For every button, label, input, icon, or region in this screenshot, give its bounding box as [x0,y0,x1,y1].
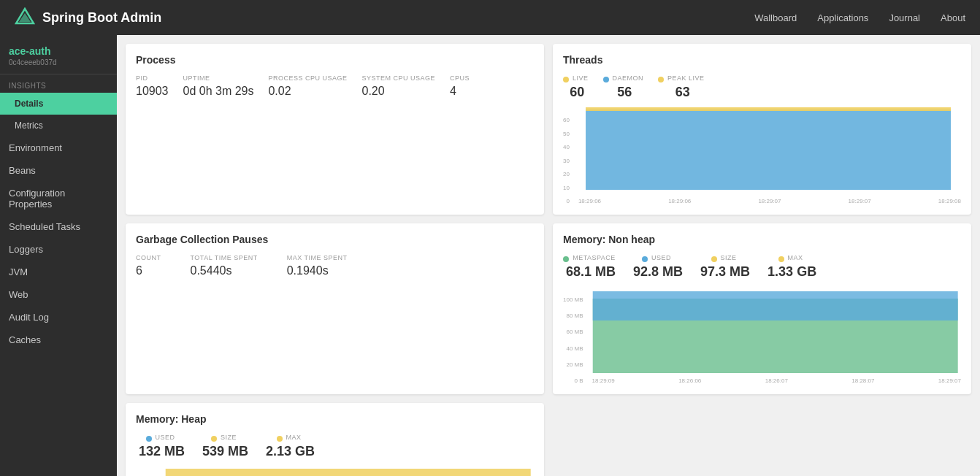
threads-chart-area: 60 50 40 30 20 10 0 18:29 [563,106,961,204]
pid-label: PID [136,74,148,82]
nav-wallboard[interactable]: Wallboard [754,12,797,23]
app-info: ace-auth 0c4ceeeb037d [0,35,117,74]
process-cpus: CPUS 4 [450,74,470,98]
live-value: 60 [570,85,584,100]
process-pid: PID 10903 [136,74,169,98]
nonheap-title: Memory: Non heap [563,234,961,245]
sidebar-item-caches[interactable]: Caches [0,329,117,351]
sidebar-item-metrics[interactable]: Metrics [0,115,117,137]
heap-max-value: 2.13 GB [266,444,315,459]
daemon-label: DAEMON [613,74,644,82]
threads-svg [575,106,961,193]
app-name: ace-auth [9,45,108,57]
gc-count-value: 6 [136,264,142,277]
nonheap-y-axis: 100 MB 80 MB 60 MB 40 MB 20 MB 0 B [563,296,586,384]
pid-value: 10903 [136,85,169,98]
sys-cpu-label: SYSTEM CPU USAGE [361,74,435,82]
nonheap-size-value: 97.3 MB [700,264,750,280]
daemon-dot [603,77,609,82]
heap-title: Memory: Heap [136,413,534,425]
process-cpu-usage: PROCESS CPU USAGE 0.02 [268,74,347,98]
svg-rect-2 [586,110,951,190]
sys-cpu-value: 0.20 [361,85,384,98]
threads-chart: 18:29:06 18:29:06 18:29:07 18:29:07 18:2… [575,106,961,204]
process-uptime: UPTIME 0d 0h 3m 29s [183,74,254,98]
live-label: LIVE [573,74,589,82]
gc-total-time: TOTAL TIME SPENT 0.5440s [191,254,258,277]
sidebar: ace-auth 0c4ceeeb037d Insights Details M… [0,35,117,476]
app-logo: Spring Boot Admin [15,7,754,28]
gc-title: Garbage Collection Pauses [136,234,534,245]
sidebar-item-scheduled-tasks[interactable]: Scheduled Tasks [0,215,117,238]
heap-size-value: 539 MB [202,444,248,459]
proc-cpu-value: 0.02 [268,85,291,98]
nonheap-max-legend: MAX 1.33 GB [765,254,816,280]
nav-applications[interactable]: Applications [817,12,868,23]
threads-legend: LIVE 60 DAEMON 56 PEAK LIVE 6 [563,74,961,100]
sidebar-item-config-props[interactable]: Configuration Properties [0,182,117,215]
system-cpu-usage: SYSTEM CPU USAGE 0.20 [361,74,435,98]
gc-count-label: COUNT [136,254,161,261]
heap-svg [162,465,534,476]
sidebar-item-jvm[interactable]: JVM [0,261,117,283]
cpus-label: CPUS [450,74,470,82]
peak-label: PEAK LIVE [667,74,705,82]
nonheap-size-legend: SIZE 97.3 MB [697,254,750,280]
process-card: Process PID 10903 UPTIME 0d 0h 3m 29s PR… [126,44,544,215]
sidebar-item-environment[interactable]: Environment [0,137,117,159]
insights-label: Insights [0,74,117,93]
meta-dot [563,256,569,262]
nav-journal[interactable]: Journal [889,12,920,23]
heap-used-legend: USED 132 MB [136,434,185,459]
uptime-label: UPTIME [183,74,210,82]
threads-title: Threads [563,54,961,66]
process-title: Process [136,54,534,66]
heap-chart-area: 100 MB 100 MB 100 MB 100 MB 100 MB 0 B [136,465,534,476]
svg-rect-6 [165,469,530,476]
peak-dot [658,77,664,82]
process-stats: PID 10903 UPTIME 0d 0h 3m 29s PROCESS CP… [136,74,534,98]
nonheap-used-dot [642,256,648,262]
heap-size-legend: SIZE 539 MB [199,434,248,459]
svg-rect-5 [592,291,957,320]
gc-max-time: MAX TIME SPENT 0.1940s [287,254,348,277]
gc-max-value: 0.1940s [287,264,329,277]
header-nav: Wallboard Applications Journal About [754,12,965,23]
threads-peak-legend: PEAK LIVE 63 [658,74,705,100]
layout: ace-auth 0c4ceeeb037d Insights Details M… [0,35,980,476]
gc-card: Garbage Collection Pauses COUNT 6 TOTAL … [126,223,544,394]
nonheap-used-value: 92.8 MB [633,264,683,280]
app-title: Spring Boot Admin [42,10,161,26]
nonheap-chart: 18:29:09 18:26:06 18:26:07 18:28:07 18:2… [589,285,961,384]
threads-x-labels: 18:29:06 18:29:06 18:29:07 18:29:07 18:2… [575,198,961,204]
nav-about[interactable]: About [941,12,965,23]
threads-y-axis: 60 50 40 30 20 10 0 [563,117,573,204]
heap-max-dot [277,436,283,442]
gc-count: COUNT 6 [136,254,161,277]
heap-max-legend: MAX 2.13 GB [263,434,315,459]
nonheap-x-labels: 18:29:09 18:26:06 18:26:07 18:28:07 18:2… [589,377,961,384]
memory-heap-card: Memory: Heap USED 132 MB SIZE 539 MB [126,403,544,476]
sidebar-item-details[interactable]: Details [0,93,117,115]
daemon-value: 56 [617,85,632,100]
sidebar-item-beans[interactable]: Beans [0,159,117,182]
logo-icon [15,7,35,28]
svg-rect-3 [586,107,951,111]
sidebar-item-web[interactable]: Web [0,283,117,306]
meta-value: 68.1 MB [566,264,616,280]
nonheap-meta-legend: METASPACE 68.1 MB [563,254,616,280]
heap-size-dot [211,436,217,442]
threads-card: Threads LIVE 60 DAEMON 56 [553,44,971,215]
nonheap-size-dot [711,256,717,262]
cpus-value: 4 [450,85,456,98]
nonheap-max-dot [778,256,784,262]
header: Spring Boot Admin Wallboard Applications… [0,0,980,35]
gc-total-value: 0.5440s [191,264,232,277]
sidebar-item-audit-log[interactable]: Audit Log [0,306,117,329]
nonheap-used-legend: USED 92.8 MB [630,254,683,280]
memory-nonheap-card: Memory: Non heap METASPACE 68.1 MB USED … [553,223,971,394]
nonheap-max-value: 1.33 GB [767,264,816,280]
sidebar-item-loggers[interactable]: Loggers [0,238,117,261]
nonheap-legend: METASPACE 68.1 MB USED 92.8 MB SIZE [563,254,961,280]
heap-used-value: 132 MB [139,444,185,459]
